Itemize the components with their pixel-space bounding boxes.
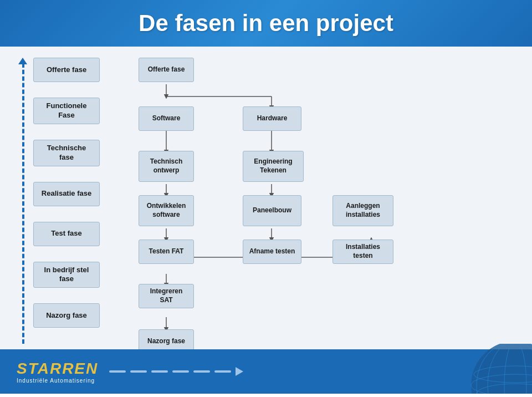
left-column: Offerte fase Functionele Fase Technische…	[17, 58, 116, 344]
node-technisch-ontwerp: Technisch ontwerp	[139, 151, 194, 182]
node-engineering-tekenen: Engineering Tekenen	[243, 151, 304, 182]
company-name: STARREN	[17, 360, 98, 378]
dash-1	[109, 370, 126, 373]
node-integreren-sat: Integreren SAT	[139, 284, 194, 308]
node-afname-testen: Afname testen	[243, 240, 301, 264]
dash-4	[172, 370, 189, 373]
vertical-timeline	[22, 63, 24, 344]
footer-arrow-icon	[236, 367, 243, 376]
node-software: Software	[139, 106, 194, 131]
phase-inbedrijf: In bedrijf stel fase	[33, 262, 100, 288]
globe-icon	[410, 344, 532, 394]
phase-realisatie: Realisatie fase	[33, 182, 100, 206]
phase-offerte: Offerte fase	[33, 58, 100, 82]
phase-technische: Technische fase	[33, 140, 100, 166]
dash-2	[130, 370, 147, 373]
node-paneelbouw: Paneelbouw	[243, 195, 301, 226]
dash-3	[151, 370, 168, 373]
company-subtitle: Industriële Automatisering	[17, 378, 95, 384]
dash-5	[193, 370, 210, 373]
dash-6	[214, 370, 231, 373]
footer-dashes	[109, 367, 243, 376]
node-ontwikkelen-software: Ontwikkelen software	[139, 195, 194, 226]
footer: STARREN Industriële Automatisering	[0, 349, 532, 394]
header: De fasen in een project	[0, 0, 532, 47]
phase-test: Test fase	[33, 222, 100, 246]
company-logo: STARREN Industriële Automatisering	[17, 360, 98, 384]
svg-point-15	[471, 344, 532, 394]
node-installaties-testen: Installaties testen	[332, 240, 393, 264]
main-content: Offerte fase Functionele Fase Technische…	[0, 47, 532, 349]
page-title: De fasen in een project	[139, 10, 393, 37]
flowchart: Offerte fase Software Hardware Technisch…	[116, 58, 515, 344]
node-testen-fat: Testen FAT	[139, 240, 194, 264]
node-offerte-right: Offerte fase	[139, 58, 194, 82]
node-hardware: Hardware	[243, 106, 301, 131]
phase-functionele: Functionele Fase	[33, 98, 100, 124]
node-aanleggen-installaties: Aanleggen installaties	[332, 195, 393, 226]
phase-nazorg: Nazorg fase	[33, 303, 100, 328]
